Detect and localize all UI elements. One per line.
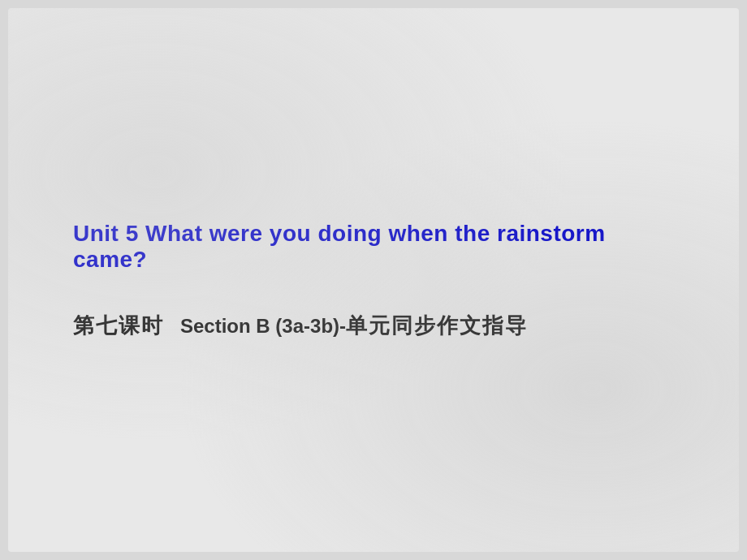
slide-title: Unit 5 What were you doing when the rain… [73,221,606,272]
subtitle-chinese-prefix: 第七课时 [73,312,164,340]
title-line: Unit 5 What were you doing when the rain… [73,221,674,273]
subtitle-chinese-suffix: 单元同步作文指导 [346,314,528,338]
subtitle-english-text: Section B (3a-3b)- [180,315,346,337]
slide: Unit 5 What were you doing when the rain… [8,8,739,552]
subtitle-english-middle: Section B (3a-3b)-单元同步作文指导 [180,312,528,340]
subtitle-line: 第七课时 Section B (3a-3b)-单元同步作文指导 [73,312,528,340]
